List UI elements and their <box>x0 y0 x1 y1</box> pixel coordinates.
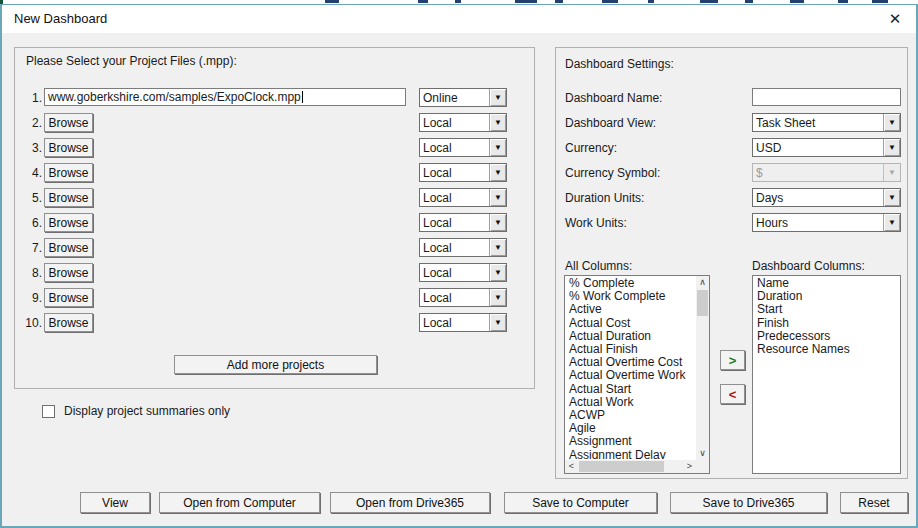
dialog-body: Please Select your Project Files (.mpp):… <box>2 33 916 526</box>
list-item[interactable]: Actual Overtime Work <box>566 369 695 382</box>
dashboard-name-label: Dashboard Name: <box>565 91 662 105</box>
horizontal-scrollbar[interactable]: < > <box>565 460 696 473</box>
display-summaries-checkbox[interactable] <box>42 405 55 418</box>
open-from-drive365-button[interactable]: Open from Drive365 <box>330 492 490 513</box>
vertical-scrollbar[interactable]: ∧ ∨ <box>696 276 709 460</box>
reset-button[interactable]: Reset <box>840 492 908 513</box>
list-item[interactable]: Active <box>566 303 695 316</box>
project-row: 7.BrowseLocal▼ <box>2 238 542 258</box>
setting-row-currency-symbol: Currency Symbol: $ ▼ <box>2 163 918 182</box>
setting-row-duration-units: Duration Units: Days ▼ <box>2 188 918 207</box>
all-columns-listbox[interactable]: % Complete% Work CompleteActiveActual Co… <box>564 275 710 474</box>
project-source-select[interactable]: Local▼ <box>419 263 507 282</box>
list-item[interactable]: Actual Start <box>566 383 695 396</box>
project-row: 10.BrowseLocal▼ <box>2 313 542 333</box>
dashboard-settings-section-label: Dashboard Settings: <box>565 57 674 71</box>
work-units-select[interactable]: Hours ▼ <box>752 213 901 232</box>
dashboard-view-label: Dashboard View: <box>565 116 656 130</box>
add-more-projects-button[interactable]: Add more projects <box>174 355 377 374</box>
currency-symbol-select: $ ▼ <box>752 163 901 182</box>
currency-label: Currency: <box>565 141 617 155</box>
duration-units-select[interactable]: Days ▼ <box>752 188 901 207</box>
dashboard-columns-listbox[interactable]: NameDurationStartFinishPredecessorsResou… <box>752 275 901 474</box>
chevron-down-icon[interactable]: ▼ <box>489 264 506 281</box>
currency-symbol-label: Currency Symbol: <box>565 166 660 180</box>
summaries-checkbox-row: Display project summaries only <box>42 404 230 418</box>
row-number: 9. <box>24 291 42 305</box>
all-columns-items: % Complete% Work CompleteActiveActual Co… <box>566 277 695 459</box>
chevron-down-icon[interactable]: ▼ <box>883 114 900 131</box>
save-to-computer-button[interactable]: Save to Computer <box>504 492 657 513</box>
display-summaries-label: Display project summaries only <box>64 404 230 418</box>
open-from-computer-button[interactable]: Open from Computer <box>159 492 320 513</box>
chevron-down-icon[interactable]: ▼ <box>883 139 900 156</box>
project-source-select[interactable]: Local▼ <box>419 313 507 332</box>
project-row: 8.BrowseLocal▼ <box>2 263 542 283</box>
add-column-button[interactable]: > <box>720 350 745 370</box>
list-item[interactable]: Assignment Delay <box>566 449 695 459</box>
horizontal-scroll-thumb[interactable] <box>579 461 664 472</box>
project-files-section-label: Please Select your Project Files (.mpp): <box>26 54 237 68</box>
title-bar: New Dashboard ✕ <box>2 5 916 33</box>
list-item[interactable]: Actual Cost <box>566 317 695 330</box>
project-row: 9.BrowseLocal▼ <box>2 288 542 308</box>
chevron-down-icon[interactable]: ▼ <box>489 314 506 331</box>
view-button[interactable]: View <box>80 492 150 513</box>
chevron-down-icon[interactable]: ▼ <box>489 289 506 306</box>
scrollbar-corner <box>696 460 709 473</box>
work-units-label: Work Units: <box>565 216 627 230</box>
dashboard-columns-label: Dashboard Columns: <box>752 259 865 273</box>
dashboard-columns-items: NameDurationStartFinishPredecessorsResou… <box>754 277 899 472</box>
currency-select[interactable]: USD ▼ <box>752 138 901 157</box>
scroll-down-icon[interactable]: ∨ <box>696 447 709 460</box>
setting-row-dashboard-name: Dashboard Name: <box>2 88 918 107</box>
project-source-select[interactable]: Local▼ <box>419 288 507 307</box>
all-columns-label: All Columns: <box>565 259 632 273</box>
browse-button[interactable]: Browse <box>44 288 93 307</box>
new-dashboard-dialog: New Dashboard ✕ Please Select your Proje… <box>0 4 918 528</box>
browse-button[interactable]: Browse <box>44 313 93 332</box>
scroll-up-icon[interactable]: ∧ <box>696 276 709 289</box>
scroll-left-icon[interactable]: < <box>565 460 578 473</box>
setting-row-work-units: Work Units: Hours ▼ <box>2 213 918 232</box>
chevron-down-icon[interactable]: ▼ <box>883 189 900 206</box>
row-number: 7. <box>24 241 42 255</box>
remove-column-button[interactable]: < <box>720 384 745 404</box>
browse-button[interactable]: Browse <box>44 238 93 257</box>
dashboard-name-input[interactable] <box>752 88 901 106</box>
browse-button[interactable]: Browse <box>44 263 93 282</box>
screen: New Dashboard ✕ Please Select your Proje… <box>0 0 918 528</box>
chevron-down-icon[interactable]: ▼ <box>489 239 506 256</box>
row-number: 10. <box>24 316 42 330</box>
scroll-right-icon[interactable]: > <box>683 460 696 473</box>
setting-row-currency: Currency: USD ▼ <box>2 138 918 157</box>
dashboard-view-select[interactable]: Task Sheet ▼ <box>752 113 901 132</box>
list-item[interactable]: Assignment <box>566 435 695 448</box>
setting-row-dashboard-view: Dashboard View: Task Sheet ▼ <box>2 113 918 132</box>
vertical-scroll-thumb[interactable] <box>697 290 708 316</box>
chevron-down-icon[interactable]: ▼ <box>883 214 900 231</box>
list-item[interactable]: Start <box>754 303 899 316</box>
duration-units-label: Duration Units: <box>565 191 644 205</box>
save-to-drive365-button[interactable]: Save to Drive365 <box>670 492 827 513</box>
chevron-down-icon: ▼ <box>883 164 900 181</box>
close-icon[interactable]: ✕ <box>884 8 906 30</box>
row-number: 8. <box>24 266 42 280</box>
dialog-title: New Dashboard <box>14 11 107 26</box>
project-source-select[interactable]: Local▼ <box>419 238 507 257</box>
list-item[interactable]: Finish <box>754 317 899 330</box>
list-item[interactable]: Resource Names <box>754 343 899 356</box>
